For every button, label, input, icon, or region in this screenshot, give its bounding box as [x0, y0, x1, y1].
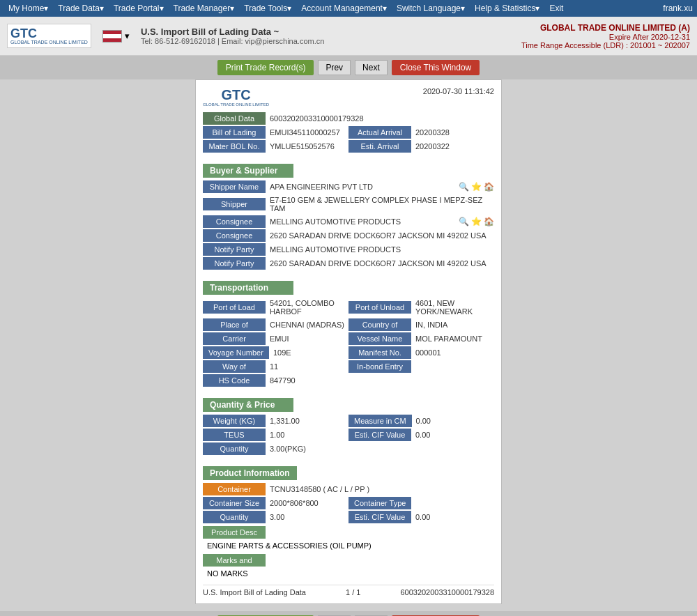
prod-qty-label: Quantity	[203, 511, 266, 523]
global-data-row: Global Data 6003202003310000179328	[203, 112, 494, 125]
cif-label: Esti. CIF Value	[348, 429, 411, 441]
company-name: GLOBAL TRADE ONLINE LIMITED (A)	[521, 23, 690, 33]
voyage-manifest-row: Voyage Number 109E Manifest No. 000001	[203, 346, 494, 359]
global-data-label: Global Data	[203, 112, 266, 125]
nav-switchlang[interactable]: Switch Language ▾	[392, 2, 469, 15]
close-window-button[interactable]: Close This Window	[392, 60, 480, 75]
container-label: Container	[203, 483, 266, 495]
port-unload-label: Port of Unload	[348, 301, 411, 314]
quantity-row: Quantity 3.00(PKG)	[203, 442, 494, 455]
star-icon[interactable]: ⭐	[471, 182, 482, 192]
home-icon2[interactable]: 🏠	[484, 217, 494, 226]
nav-myhome[interactable]: My Home ▾	[4, 2, 52, 15]
star-icon2[interactable]: ⭐	[471, 217, 482, 226]
nav-help[interactable]: Help & Statistics ▾	[470, 2, 544, 15]
teus-cif-row: TEUS 1.00 Esti. CIF Value 0.00	[203, 429, 494, 441]
record-header: GTC GLOBAL TRADE ONLINE LIMITED 2020-07-…	[203, 87, 494, 107]
container-type-label: Container Type	[348, 497, 411, 509]
user-display: frank.xu	[663, 3, 693, 13]
marks-and-label: Marks and	[203, 554, 266, 567]
prod-qty-cif-row: Quantity 3.00 Esti. CIF Value 0.00	[203, 511, 494, 523]
next-button[interactable]: Next	[355, 60, 388, 75]
notify-party-label: Notify Party	[203, 243, 266, 256]
buyer-supplier-section: Buyer & Supplier Shipper Name APA ENGINE…	[203, 158, 494, 270]
container-row: Container TCNU3148580 ( AC / L / PP )	[203, 483, 494, 495]
vessel-value: MOL PARAMOUNT	[411, 333, 494, 344]
product-desc-label: Product Desc	[203, 526, 266, 539]
record-footer-label: U.S. Import Bill of Lading Data	[203, 588, 306, 596]
notify-party-row: Notify Party MELLING AUTOMOTIVE PRODUCTS	[203, 243, 494, 256]
port-row: Port of Load 54201, COLOMBO HARBOF Port …	[203, 298, 494, 317]
record-footer-page: 1 / 1	[346, 588, 360, 596]
flag-area: ▾	[102, 30, 130, 43]
way-label: Way of	[203, 360, 266, 373]
manifest-label: Manifest No.	[348, 346, 411, 359]
carrier-vessel-row: Carrier EMUI Vessel Name MOL PARAMOUNT	[203, 332, 494, 345]
inbond-value	[411, 365, 494, 368]
qty-price-header: Quantity & Price	[203, 398, 293, 412]
contact-info: Tel: 86-512-69162018 | Email: vip@piersc…	[141, 37, 325, 45]
teus-value: 1.00	[266, 429, 348, 440]
top-navigation: My Home ▾ Trade Data ▾ Trade Portal ▾ Tr…	[0, 0, 697, 17]
nav-tradeportal[interactable]: Trade Portal ▾	[109, 2, 168, 15]
nav-tradetools[interactable]: Trade Tools ▾	[240, 2, 296, 15]
logo-sub: GLOBAL TRADE ONLINE LIMITED	[10, 40, 88, 45]
container-type-value	[411, 502, 494, 505]
country-label: Country of	[348, 318, 411, 331]
consignee-addr-row: Consignee 2620 SARADAN DRIVE DOCK6OR7 JA…	[203, 229, 494, 242]
way-value: 11	[266, 361, 348, 372]
main-content: GTC GLOBAL TRADE ONLINE LIMITED 2020-07-…	[0, 79, 697, 611]
hs-code-row: HS Code 847790	[203, 374, 494, 387]
voyage-label: Voyage Number	[203, 346, 269, 359]
record-timestamp: 2020-07-30 11:31:42	[423, 87, 494, 95]
nav-trademanager[interactable]: Trade Manager ▾	[169, 2, 239, 15]
teus-label: TEUS	[203, 429, 266, 441]
header-right: GLOBAL TRADE ONLINE LIMITED (A) Expire A…	[521, 23, 690, 49]
top-action-bar: Print Trade Record(s) Prev Next Close Th…	[0, 56, 697, 79]
transportation-header: Transportation	[203, 281, 293, 295]
place-label: Place of	[203, 318, 266, 331]
port-load-label: Port of Load	[203, 301, 266, 314]
weight-measure-row: Weight (KG) 1,331.00 Measure in CM 0.00	[203, 415, 494, 427]
quantity-price-section: Quantity & Price Weight (KG) 1,331.00 Me…	[203, 392, 494, 455]
hs-code-label: HS Code	[203, 374, 266, 387]
us-flag	[102, 30, 122, 43]
esti-arrival-value: 20200322	[411, 141, 494, 152]
print-trade-button[interactable]: Print Trade Record(s)	[217, 60, 314, 75]
prod-qty-value: 3.00	[266, 511, 348, 523]
shipper-row: Shipper E7-E10 GEM & JEWELLERY COMPLEX P…	[203, 194, 494, 214]
container-size-label: Container Size	[203, 497, 266, 509]
search-icon2[interactable]: 🔍	[459, 217, 469, 226]
product-desc-value: ENGINE PARTS & ACCESSORIES (OIL PUMP)	[203, 540, 494, 551]
transportation-section: Transportation Port of Load 54201, COLOM…	[203, 275, 494, 387]
marks-value: NO MARKS	[203, 568, 494, 579]
consignee-name-row: Consignee MELLING AUTOMOTIVE PRODUCTS 🔍 …	[203, 215, 494, 228]
logo-area: GTC GLOBAL TRADE ONLINE LIMITED	[7, 24, 95, 48]
weight-label: Weight (KG)	[203, 415, 266, 427]
product-info-header: Product Information	[203, 466, 297, 480]
cif-value: 0.00	[411, 429, 494, 440]
shipper-name-row: Shipper Name APA ENGINEERING PVT LTD 🔍 ⭐…	[203, 180, 494, 193]
page-title: U.S. Import Bill of Lading Data ~	[141, 26, 325, 37]
search-icon[interactable]: 🔍	[459, 182, 469, 192]
header-bar: GTC GLOBAL TRADE ONLINE LIMITED ▾ U.S. I…	[0, 17, 697, 56]
nav-exit[interactable]: Exit	[545, 2, 567, 15]
bol-label: Bill of Lading	[203, 126, 266, 139]
notify-party-addr-value: 2620 SARADAN DRIVE DOCK6OR7 JACKSON MI 4…	[266, 258, 494, 269]
actual-arrival-value: 20200328	[411, 127, 494, 138]
mater-bol-row: Mater BOL No. YMLUE515052576 Esti. Arriv…	[203, 140, 494, 153]
shipper-name-value: APA ENGINEERING PVT LTD	[266, 181, 457, 192]
mater-bol-value: YMLUE515052576	[266, 141, 348, 152]
mater-bol-label: Mater BOL No.	[203, 140, 266, 153]
expire-date: Expire After 2020-12-31	[521, 33, 690, 41]
prev-button[interactable]: Prev	[318, 60, 351, 75]
hs-code-value: 847790	[266, 375, 494, 386]
carrier-value: EMUI	[266, 333, 348, 344]
consignee-addr-value: 2620 SARADAN DRIVE DOCK6OR7 JACKSON MI 4…	[266, 230, 494, 241]
nav-tradedata[interactable]: Trade Data ▾	[54, 2, 108, 15]
quantity-value: 3.00(PKG)	[266, 443, 494, 454]
esti-arrival-label: Esti. Arrival	[348, 140, 411, 153]
home-icon[interactable]: 🏠	[484, 182, 494, 192]
actual-arrival-label: Actual Arrival	[348, 126, 411, 139]
nav-accountmgmt[interactable]: Account Management ▾	[297, 2, 391, 15]
